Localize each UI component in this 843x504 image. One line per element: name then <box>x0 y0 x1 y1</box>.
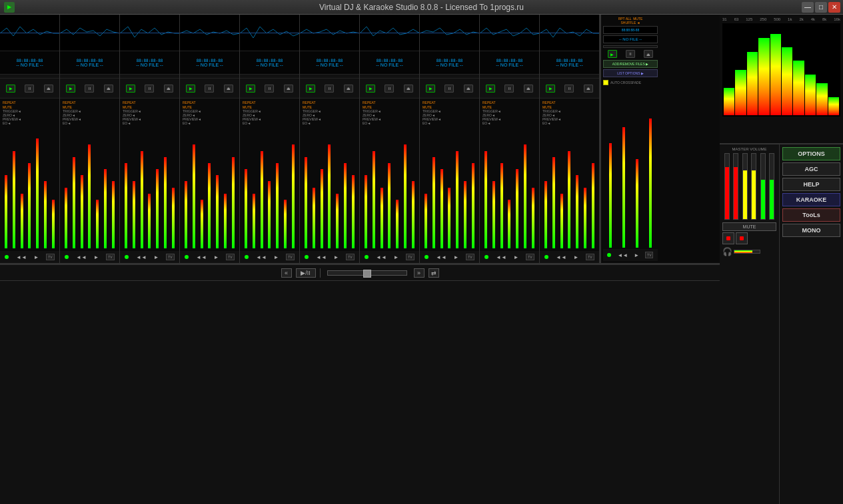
transport-play-pause[interactable]: ▶/II <box>296 268 316 278</box>
transport-skip-fwd[interactable]: » <box>414 268 424 278</box>
deck-6-controls[interactable]: ▶ II ⏏ <box>300 79 359 99</box>
deck-2-controls[interactable]: ▶ II ⏏ <box>60 79 119 99</box>
deck-2-play-btn[interactable]: ▶ <box>66 85 75 93</box>
mv-slider-6[interactable] <box>769 153 774 220</box>
deck-4-eject-btn[interactable]: ⏏ <box>224 85 233 93</box>
mv-slider-5[interactable] <box>760 153 766 220</box>
crossfader-track[interactable] <box>327 270 407 276</box>
deck-9-controls[interactable]: ▶ II ⏏ <box>480 79 539 99</box>
mv-left-btn[interactable] <box>722 232 734 244</box>
deck-6-next-arrow[interactable]: ► <box>334 254 339 260</box>
mv-right-btn[interactable] <box>736 232 748 244</box>
deck-10-next-arrow[interactable]: ► <box>574 254 579 260</box>
mv-buttons[interactable]: MUTE 🎧 <box>722 222 776 256</box>
deck-8-eject-btn[interactable]: ⏏ <box>464 85 473 93</box>
deck-7-prev-arrow[interactable]: ◄◄ <box>376 254 387 260</box>
options-button[interactable]: OPTIONS <box>782 147 840 160</box>
deck-8-cue-btn[interactable]: II <box>444 85 454 93</box>
master-next-arrow[interactable]: ► <box>634 252 639 258</box>
deck-3-next-arrow[interactable]: ► <box>154 254 159 260</box>
transport-skip-back[interactable]: « <box>281 268 292 278</box>
deck-8-play-btn[interactable]: ▶ <box>426 85 435 93</box>
deck-3-play-btn[interactable]: ▶ <box>126 85 135 93</box>
deck-5-prev-arrow[interactable]: ◄◄ <box>256 254 267 260</box>
deck-8-next-arrow[interactable]: ► <box>454 254 459 260</box>
deck-2-prev-arrow[interactable]: ◄◄ <box>76 254 87 260</box>
deck-10-prev-arrow[interactable]: ◄◄ <box>556 254 566 260</box>
deck-3-controls[interactable]: ▶ II ⏏ <box>120 79 179 99</box>
maximize-button[interactable]: □ <box>815 2 827 13</box>
deck-6-play-btn[interactable]: ▶ <box>306 85 315 93</box>
karaoke-button[interactable]: KARAOKE <box>782 193 840 206</box>
deck-7-play-btn[interactable]: ▶ <box>366 85 375 93</box>
close-button[interactable]: ✕ <box>828 2 840 13</box>
agc-button[interactable]: AGC <box>782 162 840 176</box>
tools-button[interactable]: TooLs <box>782 208 840 222</box>
deck-1-prev-arrow[interactable]: ◄◄ <box>16 254 27 260</box>
deck-1-eject-btn[interactable]: ⏏ <box>44 85 53 93</box>
mv-slider-4[interactable] <box>751 153 756 220</box>
deck-7-controls[interactable]: ▶ II ⏏ <box>360 79 419 99</box>
list-options-btn[interactable]: LIST OPTIONS ▶ <box>603 69 658 77</box>
minimize-button[interactable]: — <box>802 2 814 13</box>
deck-2-eject-btn[interactable]: ⏏ <box>104 85 113 93</box>
deck-9-prev-arrow[interactable]: ◄◄ <box>496 254 506 260</box>
master-eject-btn[interactable]: ⏏ <box>644 50 653 58</box>
deck-4-controls[interactable]: ▶ II ⏏ <box>180 79 239 99</box>
deck-1-next-arrow[interactable]: ► <box>34 254 39 260</box>
deck-3-waveform <box>120 15 179 51</box>
deck-2-cue-btn[interactable]: II <box>85 85 94 93</box>
master-cue-btn[interactable]: II <box>626 50 635 58</box>
deck-3-eject-btn[interactable]: ⏏ <box>164 85 173 93</box>
deck-1-play-btn[interactable]: ▶ <box>6 85 15 93</box>
deck-9-cue-btn[interactable]: II <box>504 85 514 93</box>
deck-10-play-btn[interactable]: ▶ <box>546 85 555 93</box>
deck-2-next-arrow[interactable]: ► <box>94 254 99 260</box>
master-transport-btns[interactable]: ▶ II ⏏ <box>603 50 658 58</box>
crossfader-thumb[interactable] <box>363 270 371 278</box>
deck-5-next-arrow[interactable]: ► <box>274 254 279 260</box>
deck-10-controls[interactable]: ▶ II ⏏ <box>540 79 599 99</box>
deck-8-prev-arrow[interactable]: ◄◄ <box>436 254 446 260</box>
headphone-vol-slider[interactable] <box>734 250 760 254</box>
deck-3-prev-arrow[interactable]: ◄◄ <box>136 254 147 260</box>
mono-button[interactable]: MONO <box>782 224 840 237</box>
deck-9-next-arrow[interactable]: ► <box>514 254 519 260</box>
help-button[interactable]: HELP <box>782 178 840 191</box>
deck-4-prev-arrow[interactable]: ◄◄ <box>196 254 207 260</box>
add-remove-files-btn[interactable]: ADD/REMOVE FILES ▶ <box>603 60 658 68</box>
deck-6-eject-btn[interactable]: ⏏ <box>344 85 353 93</box>
deck-4-play-btn[interactable]: ▶ <box>186 85 195 93</box>
master-prev-arrow[interactable]: ◄◄ <box>617 252 628 258</box>
deck-5-cue-btn[interactable]: II <box>265 85 274 93</box>
mv-slider-3[interactable] <box>742 153 748 220</box>
deck-4-cue-btn[interactable]: II <box>205 85 214 93</box>
master-nofile-display: -- NO FILE -- <box>603 35 658 43</box>
master-volume-sliders[interactable] <box>722 153 776 220</box>
deck-4-next-arrow[interactable]: ► <box>214 254 219 260</box>
deck-6-prev-arrow[interactable]: ◄◄ <box>316 254 327 260</box>
deck-1-controls[interactable]: ▶ II ⏏ <box>0 79 59 99</box>
deck-9-eject-btn[interactable]: ⏏ <box>524 85 533 93</box>
deck-1-bottom: ◄◄ ► TV <box>0 251 59 263</box>
deck-7-eject-btn[interactable]: ⏏ <box>404 85 413 93</box>
deck-5-controls[interactable]: ▶ II ⏏ <box>240 79 299 99</box>
deck-3-cue-btn[interactable]: II <box>145 85 154 93</box>
deck-6-cue-btn[interactable]: II <box>325 85 334 93</box>
deck-4-labels: REPEAT <box>181 100 238 105</box>
deck-8-controls[interactable]: ▶ II ⏏ <box>420 79 479 99</box>
mv-slider-2[interactable] <box>733 153 738 220</box>
deck-1-cue-btn[interactable]: II <box>25 85 34 93</box>
deck-5-play-btn[interactable]: ▶ <box>246 85 255 93</box>
deck-7-next-arrow[interactable]: ► <box>394 254 399 260</box>
master-play-btn[interactable]: ▶ <box>608 50 617 58</box>
mv-slider-1[interactable] <box>724 153 730 220</box>
deck-5-eject-btn[interactable]: ⏏ <box>284 85 293 93</box>
mv-channel-btns[interactable] <box>722 232 776 244</box>
transport-crossfade-btn[interactable]: ⇄ <box>428 268 439 278</box>
mute-button[interactable]: MUTE <box>722 222 776 231</box>
deck-7-cue-btn[interactable]: II <box>385 85 394 93</box>
deck-10-cue-btn[interactable]: II <box>564 85 574 93</box>
deck-9-play-btn[interactable]: ▶ <box>486 85 495 93</box>
deck-10-eject-btn[interactable]: ⏏ <box>584 85 593 93</box>
